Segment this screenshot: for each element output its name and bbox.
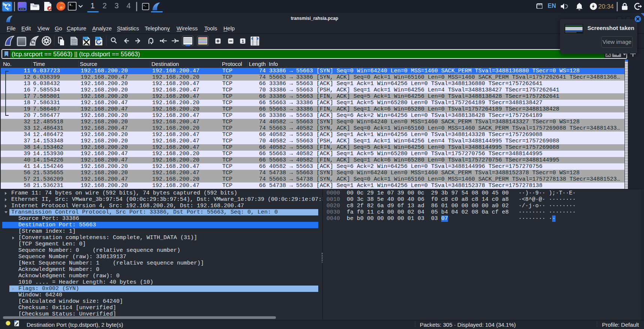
svg-text:0111: 0111 [72, 43, 77, 46]
svg-text:1: 1 [242, 39, 244, 43]
svg-text:$_: $_ [69, 3, 73, 6]
svg-text:>_: >_ [143, 4, 147, 7]
